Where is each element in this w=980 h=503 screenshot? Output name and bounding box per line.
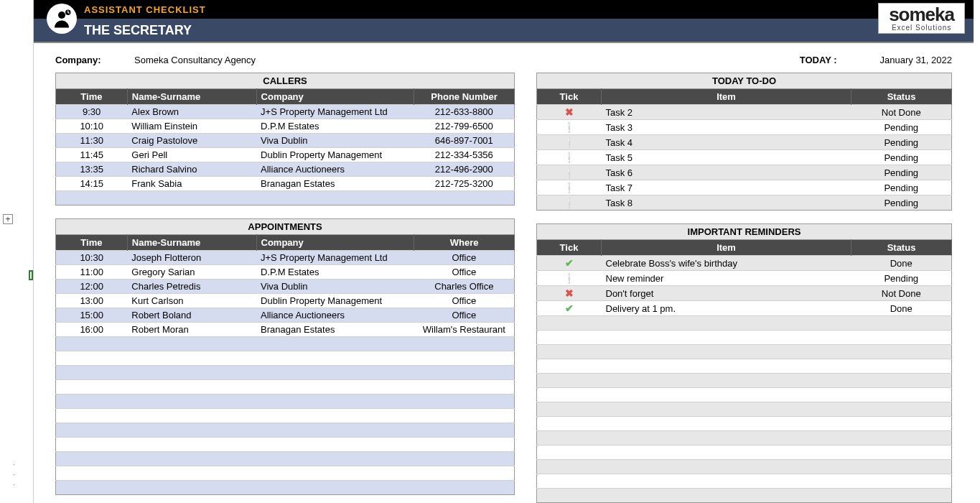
- cell-name[interactable]: Alex Brown: [127, 105, 256, 119]
- cell-status[interactable]: Done: [851, 301, 952, 316]
- table-row[interactable]: ❕Task 4Pending: [537, 135, 952, 150]
- cell-item[interactable]: Don't forget: [602, 286, 851, 301]
- reminders-table[interactable]: Tick Item Status ✔Celebrate Boss's wife'…: [536, 239, 952, 503]
- cell-name[interactable]: Robert Moran: [127, 323, 256, 337]
- cell-name[interactable]: Joseph Flotteron: [127, 251, 256, 265]
- table-row-empty[interactable]: [56, 481, 515, 495]
- cell-where[interactable]: Office: [414, 265, 515, 280]
- table-row[interactable]: 11:45Geri PellDublin Property Management…: [56, 148, 515, 162]
- cell-time[interactable]: 15:00: [56, 308, 128, 323]
- cell-company[interactable]: J+S Property Management Ltd: [256, 105, 414, 119]
- cell-item[interactable]: Task 2: [602, 105, 851, 120]
- cell-item[interactable]: Task 5: [602, 150, 851, 165]
- cell-time[interactable]: 11:45: [56, 148, 128, 162]
- table-row-empty[interactable]: [537, 359, 952, 374]
- table-row[interactable]: ❕New reminderPending: [537, 271, 952, 286]
- cell-name[interactable]: William Einstein: [127, 119, 256, 134]
- callers-table[interactable]: Time Name-Surname Company Phone Number 9…: [55, 88, 515, 206]
- table-row[interactable]: 10:10William EinsteinD.P.M Estates212-79…: [56, 119, 515, 134]
- cell-tick[interactable]: ❕: [537, 165, 602, 180]
- cell-status[interactable]: Not Done: [851, 286, 952, 301]
- cell-tick[interactable]: ❕: [537, 271, 602, 286]
- cell-status[interactable]: Pending: [851, 271, 952, 286]
- table-row-empty[interactable]: [537, 402, 952, 417]
- table-row-empty[interactable]: [56, 191, 515, 206]
- table-row[interactable]: 12:00Charles PetredisViva DublinCharles …: [56, 280, 515, 294]
- cell-tick[interactable]: ❕: [537, 150, 602, 165]
- cell-company[interactable]: J+S Property Management Ltd: [256, 251, 414, 265]
- cell-phone[interactable]: 212-496-2900: [414, 162, 515, 177]
- table-row[interactable]: ✔Delivery at 1 pm.Done: [537, 301, 952, 316]
- cell-company[interactable]: Branagan Estates: [256, 323, 414, 337]
- table-row-empty[interactable]: [537, 417, 952, 431]
- table-row-empty[interactable]: [537, 489, 952, 503]
- table-row-empty[interactable]: [537, 331, 952, 345]
- cell-company[interactable]: Dublin Property Management: [256, 294, 414, 308]
- cell-company[interactable]: D.P.M Estates: [256, 265, 414, 280]
- cell-name[interactable]: Richard Salvino: [127, 162, 256, 177]
- cell-item[interactable]: Task 3: [602, 120, 851, 135]
- cell-where[interactable]: Office: [414, 308, 515, 323]
- table-row[interactable]: 11:00Gregory SarianD.P.M EstatesOffice: [56, 265, 515, 280]
- cell-name[interactable]: Robert Boland: [127, 308, 256, 323]
- cell-status[interactable]: Pending: [851, 180, 952, 195]
- table-row[interactable]: 13:35Richard SalvinoAlliance Auctioneers…: [56, 162, 515, 177]
- cell-where[interactable]: Willam's Restaurant: [414, 323, 515, 337]
- cell-tick[interactable]: ❕: [537, 195, 602, 211]
- table-row-empty[interactable]: [537, 474, 952, 489]
- cell-tick[interactable]: ✔: [537, 256, 602, 271]
- cell-company[interactable]: Alliance Auctioneers: [256, 162, 414, 177]
- table-row-empty[interactable]: [537, 374, 952, 388]
- outline-expand-button[interactable]: +: [3, 214, 13, 224]
- table-row-empty[interactable]: [537, 388, 952, 402]
- table-row[interactable]: ❕Task 7Pending: [537, 180, 952, 195]
- table-row-empty[interactable]: [537, 460, 952, 474]
- table-row[interactable]: ❕Task 8Pending: [537, 195, 952, 211]
- table-row[interactable]: 10:30Joseph FlotteronJ+S Property Manage…: [56, 251, 515, 265]
- cell-company[interactable]: Dublin Property Management: [256, 148, 414, 162]
- cell-phone[interactable]: 212-633-8800: [414, 105, 515, 119]
- cell-tick[interactable]: ❕: [537, 120, 602, 135]
- table-row-empty[interactable]: [56, 366, 515, 380]
- cell-tick[interactable]: ✖: [537, 286, 602, 301]
- todo-table[interactable]: Tick Item Status ✖Task 2Not Done❕Task 3P…: [536, 88, 952, 211]
- cell-name[interactable]: Craig Pastolove: [127, 134, 256, 148]
- table-row[interactable]: 15:00Robert BolandAlliance AuctioneersOf…: [56, 308, 515, 323]
- cell-item[interactable]: Celebrate Boss's wife's birthday: [602, 256, 851, 271]
- cell-time[interactable]: 12:00: [56, 280, 128, 294]
- cell-tick[interactable]: ❕: [537, 135, 602, 150]
- cell-status[interactable]: Pending: [851, 135, 952, 150]
- cell-name[interactable]: Frank Sabia: [127, 177, 256, 191]
- cell-tick[interactable]: ✖: [537, 105, 602, 120]
- company-value[interactable]: Someka Consultancy Agency: [134, 55, 256, 65]
- cell-time[interactable]: 11:30: [56, 134, 128, 148]
- cell-time[interactable]: 14:15: [56, 177, 128, 191]
- cell-where[interactable]: Office: [414, 294, 515, 308]
- cell-time[interactable]: 13:00: [56, 294, 128, 308]
- cell-status[interactable]: Pending: [851, 150, 952, 165]
- cell-time[interactable]: 9:30: [56, 105, 128, 119]
- cell-time[interactable]: 16:00: [56, 323, 128, 337]
- cell-item[interactable]: Task 6: [602, 165, 851, 180]
- cell-name[interactable]: Charles Petredis: [127, 280, 256, 294]
- cell-phone[interactable]: 212-725-3200: [414, 177, 515, 191]
- table-row[interactable]: 16:00Robert MoranBranagan EstatesWillam'…: [56, 323, 515, 337]
- table-row-empty[interactable]: [537, 446, 952, 460]
- cell-phone[interactable]: 212-799-6500: [414, 119, 515, 134]
- cell-time[interactable]: 10:30: [56, 251, 128, 265]
- cell-tick[interactable]: ✔: [537, 301, 602, 316]
- cell-status[interactable]: Not Done: [851, 105, 952, 120]
- table-row-empty[interactable]: [537, 345, 952, 359]
- cell-company[interactable]: D.P.M Estates: [256, 119, 414, 134]
- table-row[interactable]: ✖Don't forgetNot Done: [537, 286, 952, 301]
- table-row[interactable]: ✖Task 2Not Done: [537, 105, 952, 120]
- cell-item[interactable]: Task 7: [602, 180, 851, 195]
- cell-company[interactable]: Alliance Auctioneers: [256, 308, 414, 323]
- table-row-empty[interactable]: [56, 438, 515, 452]
- cell-name[interactable]: Kurt Carlson: [127, 294, 256, 308]
- table-row-empty[interactable]: [56, 337, 515, 351]
- table-row-empty[interactable]: [56, 380, 515, 394]
- cell-time[interactable]: 10:10: [56, 119, 128, 134]
- table-row-empty[interactable]: [56, 409, 515, 423]
- cell-status[interactable]: Pending: [851, 195, 952, 211]
